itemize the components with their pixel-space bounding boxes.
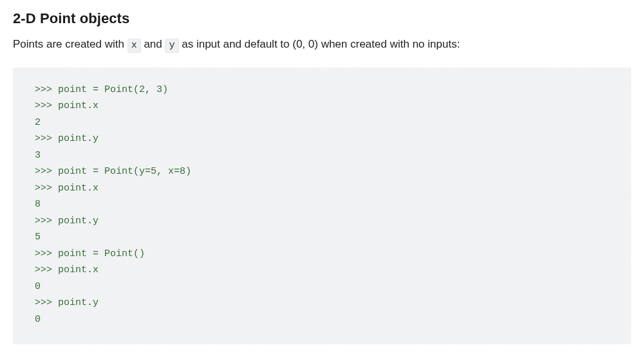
section-heading: 2-D Point objects — [13, 10, 631, 27]
code-block: >>> point = Point(2, 3) >>> point.x 2 >>… — [13, 68, 631, 345]
page: 2-D Point objects Points are created wit… — [0, 0, 644, 352]
intro-text-1: Points are created with — [13, 38, 128, 50]
inline-code-y: y — [165, 39, 178, 53]
intro-paragraph: Points are created with x and y as input… — [13, 36, 631, 53]
inline-code-x: x — [128, 39, 141, 53]
intro-text-3: as input and default to (0, 0) when crea… — [179, 38, 460, 50]
intro-text-2: and — [141, 38, 166, 50]
